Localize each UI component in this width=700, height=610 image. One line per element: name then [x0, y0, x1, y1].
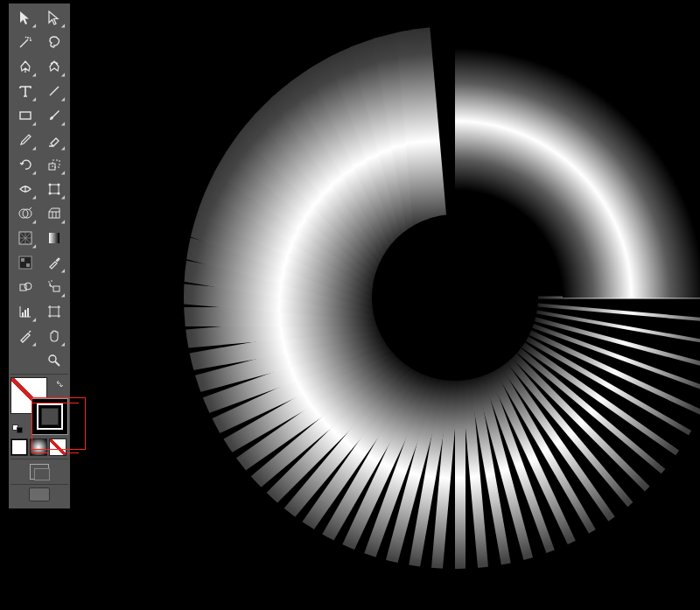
canvas[interactable]: [79, 0, 700, 610]
line-tool[interactable]: [39, 79, 68, 103]
default-fill-stroke-icon[interactable]: [12, 424, 24, 433]
svg-rect-14: [21, 258, 24, 262]
svg-rect-0: [20, 112, 31, 119]
swap-fill-stroke-icon[interactable]: [54, 379, 66, 391]
svg-rect-3: [50, 185, 59, 193]
lasso-tool[interactable]: [39, 30, 68, 54]
eraser-tool[interactable]: [39, 128, 68, 152]
svg-point-6: [48, 193, 51, 195]
mesh-tool[interactable]: [39, 226, 68, 250]
live-paint-tool[interactable]: [39, 201, 68, 226]
rectangle-tool[interactable]: [10, 103, 39, 128]
artboard-tool[interactable]: [39, 299, 68, 324]
type-tool[interactable]: [10, 79, 39, 103]
svg-point-20: [51, 280, 52, 282]
hand-tool[interactable]: [39, 324, 68, 348]
stroke-swatch[interactable]: [32, 398, 68, 435]
svg-rect-24: [50, 307, 59, 316]
paintbrush-tool[interactable]: [39, 103, 68, 128]
rotate-tool[interactable]: [10, 152, 39, 177]
free-transform-tool[interactable]: [39, 177, 68, 201]
color-mode-row: [10, 437, 68, 458]
blend-tool[interactable]: [10, 275, 39, 299]
color-mode-none[interactable]: [49, 438, 66, 456]
svg-rect-15: [26, 263, 30, 267]
color-mode-solid[interactable]: [10, 438, 28, 456]
tools-panel: [9, 4, 70, 508]
svg-rect-10: [49, 212, 60, 218]
artwork-ring: [184, 26, 700, 569]
screen-mode-icon: [29, 487, 50, 501]
svg-point-25: [49, 355, 56, 362]
svg-rect-12: [49, 233, 60, 243]
draw-mode-row[interactable]: [10, 460, 68, 483]
svg-point-19: [48, 281, 50, 283]
svg-point-5: [57, 184, 60, 186]
pen-tool[interactable]: [10, 54, 39, 79]
symbol-sprayer-tool[interactable]: [39, 275, 68, 299]
svg-rect-16: [20, 284, 26, 291]
svg-point-4: [48, 184, 51, 186]
color-mode-gradient[interactable]: [30, 438, 47, 456]
svg-rect-21: [22, 312, 24, 317]
svg-point-17: [24, 283, 32, 290]
width-tool[interactable]: [10, 177, 39, 201]
gradient-tool[interactable]: [10, 250, 39, 275]
column-graph-tool[interactable]: [10, 299, 39, 324]
zoom-tool[interactable]: [39, 348, 68, 373]
curvature-tool[interactable]: [39, 54, 68, 79]
pencil-tool[interactable]: [10, 128, 39, 152]
draw-behind-icon: [34, 468, 50, 480]
selection-tool[interactable]: [10, 5, 39, 30]
scale-tool[interactable]: [39, 152, 68, 177]
eyedropper-tool[interactable]: [39, 250, 68, 275]
direct-selection-tool[interactable]: [39, 5, 68, 30]
svg-rect-18: [53, 286, 60, 291]
svg-rect-23: [27, 308, 29, 317]
slice-tool[interactable]: [10, 324, 39, 348]
magic-wand-tool[interactable]: [10, 30, 39, 54]
fill-stroke-swatches: [10, 377, 68, 435]
svg-rect-22: [24, 310, 26, 317]
svg-point-7: [57, 193, 60, 195]
shape-builder-tool[interactable]: [10, 201, 39, 226]
screen-mode-button[interactable]: [10, 486, 68, 507]
perspective-grid-tool[interactable]: [10, 226, 39, 250]
